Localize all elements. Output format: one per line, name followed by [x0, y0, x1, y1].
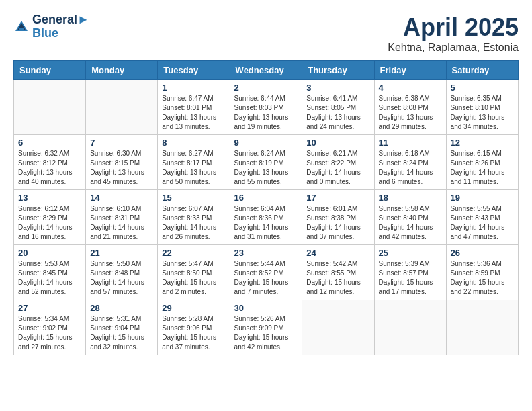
- table-row: 9Sunrise: 6:24 AM Sunset: 8:19 PM Daylig…: [230, 135, 302, 190]
- table-row: 30Sunrise: 5:26 AM Sunset: 9:09 PM Dayli…: [230, 300, 302, 355]
- day-number: 24: [306, 248, 369, 258]
- day-number: 25: [379, 248, 442, 258]
- day-info: Sunrise: 6:47 AM Sunset: 8:01 PM Dayligh…: [162, 94, 225, 132]
- day-info: Sunrise: 6:35 AM Sunset: 8:10 PM Dayligh…: [451, 94, 514, 132]
- table-row: 5Sunrise: 6:35 AM Sunset: 8:10 PM Daylig…: [446, 80, 518, 135]
- day-number: 29: [162, 303, 225, 313]
- table-row: 26Sunrise: 5:36 AM Sunset: 8:59 PM Dayli…: [446, 245, 518, 300]
- location-title: Kehtna, Raplamaa, Estonia: [388, 42, 519, 54]
- day-number: 18: [379, 193, 442, 203]
- table-row: [14, 80, 86, 135]
- logo-line1: General►: [32, 13, 89, 27]
- calendar-week-row: 20Sunrise: 5:53 AM Sunset: 8:45 PM Dayli…: [14, 245, 519, 300]
- day-info: Sunrise: 5:53 AM Sunset: 8:45 PM Dayligh…: [18, 259, 81, 297]
- day-number: 17: [306, 193, 369, 203]
- calendar-week-row: 27Sunrise: 5:34 AM Sunset: 9:02 PM Dayli…: [14, 300, 519, 355]
- day-number: 3: [306, 83, 369, 93]
- table-row: 17Sunrise: 6:01 AM Sunset: 8:38 PM Dayli…: [302, 190, 374, 245]
- header-wednesday: Wednesday: [230, 61, 302, 80]
- month-title: April 2025: [388, 13, 519, 42]
- title-area: April 2025 Kehtna, Raplamaa, Estonia: [388, 13, 519, 54]
- day-number: 16: [234, 193, 298, 203]
- day-number: 28: [90, 303, 153, 313]
- day-info: Sunrise: 6:27 AM Sunset: 8:17 PM Dayligh…: [162, 149, 225, 187]
- table-row: 28Sunrise: 5:31 AM Sunset: 9:04 PM Dayli…: [86, 300, 158, 355]
- table-row: 22Sunrise: 5:47 AM Sunset: 8:50 PM Dayli…: [158, 245, 230, 300]
- day-number: 7: [90, 138, 153, 148]
- day-info: Sunrise: 6:44 AM Sunset: 8:03 PM Dayligh…: [234, 94, 298, 132]
- table-row: 19Sunrise: 5:55 AM Sunset: 8:43 PM Dayli…: [446, 190, 518, 245]
- header-friday: Friday: [374, 61, 446, 80]
- logo: General► Blue: [13, 13, 89, 40]
- table-row: 7Sunrise: 6:30 AM Sunset: 8:15 PM Daylig…: [86, 135, 158, 190]
- day-info: Sunrise: 5:55 AM Sunset: 8:43 PM Dayligh…: [451, 204, 514, 242]
- table-row: 27Sunrise: 5:34 AM Sunset: 9:02 PM Dayli…: [14, 300, 86, 355]
- table-row: 8Sunrise: 6:27 AM Sunset: 8:17 PM Daylig…: [158, 135, 230, 190]
- calendar-week-row: 1Sunrise: 6:47 AM Sunset: 8:01 PM Daylig…: [14, 80, 519, 135]
- day-number: 10: [306, 138, 369, 148]
- day-number: 30: [234, 303, 298, 313]
- table-row: [446, 300, 518, 355]
- header-thursday: Thursday: [302, 61, 374, 80]
- day-number: 22: [162, 248, 225, 258]
- table-row: 2Sunrise: 6:44 AM Sunset: 8:03 PM Daylig…: [230, 80, 302, 135]
- day-info: Sunrise: 6:30 AM Sunset: 8:15 PM Dayligh…: [90, 149, 153, 187]
- day-info: Sunrise: 6:41 AM Sunset: 8:05 PM Dayligh…: [306, 94, 369, 132]
- table-row: 10Sunrise: 6:21 AM Sunset: 8:22 PM Dayli…: [302, 135, 374, 190]
- header-sunday: Sunday: [14, 61, 86, 80]
- table-row: 25Sunrise: 5:39 AM Sunset: 8:57 PM Dayli…: [374, 245, 446, 300]
- table-row: 16Sunrise: 6:04 AM Sunset: 8:36 PM Dayli…: [230, 190, 302, 245]
- calendar-week-row: 13Sunrise: 6:12 AM Sunset: 8:29 PM Dayli…: [14, 190, 519, 245]
- calendar-week-row: 6Sunrise: 6:32 AM Sunset: 8:12 PM Daylig…: [14, 135, 519, 190]
- day-info: Sunrise: 6:15 AM Sunset: 8:26 PM Dayligh…: [451, 149, 514, 187]
- table-row: 11Sunrise: 6:18 AM Sunset: 8:24 PM Dayli…: [374, 135, 446, 190]
- table-row: [302, 300, 374, 355]
- table-row: 12Sunrise: 6:15 AM Sunset: 8:26 PM Dayli…: [446, 135, 518, 190]
- header: General► Blue April 2025 Kehtna, Raplama…: [13, 13, 519, 54]
- day-number: 12: [451, 138, 514, 148]
- day-number: 21: [90, 248, 153, 258]
- table-row: 3Sunrise: 6:41 AM Sunset: 8:05 PM Daylig…: [302, 80, 374, 135]
- table-row: 21Sunrise: 5:50 AM Sunset: 8:48 PM Dayli…: [86, 245, 158, 300]
- day-number: 1: [162, 83, 225, 93]
- day-info: Sunrise: 5:50 AM Sunset: 8:48 PM Dayligh…: [90, 259, 153, 297]
- day-info: Sunrise: 5:34 AM Sunset: 9:02 PM Dayligh…: [18, 314, 81, 352]
- day-number: 20: [18, 248, 81, 258]
- day-number: 26: [451, 248, 514, 258]
- day-info: Sunrise: 6:10 AM Sunset: 8:31 PM Dayligh…: [90, 204, 153, 242]
- day-info: Sunrise: 6:24 AM Sunset: 8:19 PM Dayligh…: [234, 149, 298, 187]
- day-number: 19: [451, 193, 514, 203]
- header-monday: Monday: [86, 61, 158, 80]
- day-number: 9: [234, 138, 298, 148]
- day-info: Sunrise: 5:36 AM Sunset: 8:59 PM Dayligh…: [451, 259, 514, 297]
- day-number: 2: [234, 83, 298, 93]
- header-saturday: Saturday: [446, 61, 518, 80]
- day-info: Sunrise: 6:04 AM Sunset: 8:36 PM Dayligh…: [234, 204, 298, 242]
- day-number: 11: [379, 138, 442, 148]
- day-info: Sunrise: 6:12 AM Sunset: 8:29 PM Dayligh…: [18, 204, 81, 242]
- day-info: Sunrise: 6:07 AM Sunset: 8:33 PM Dayligh…: [162, 204, 225, 242]
- table-row: [86, 80, 158, 135]
- day-number: 6: [18, 138, 81, 148]
- day-number: 8: [162, 138, 225, 148]
- day-info: Sunrise: 6:01 AM Sunset: 8:38 PM Dayligh…: [306, 204, 369, 242]
- header-tuesday: Tuesday: [158, 61, 230, 80]
- table-row: 14Sunrise: 6:10 AM Sunset: 8:31 PM Dayli…: [86, 190, 158, 245]
- table-row: 4Sunrise: 6:38 AM Sunset: 8:08 PM Daylig…: [374, 80, 446, 135]
- day-info: Sunrise: 6:32 AM Sunset: 8:12 PM Dayligh…: [18, 149, 81, 187]
- day-number: 27: [18, 303, 81, 313]
- day-info: Sunrise: 5:58 AM Sunset: 8:40 PM Dayligh…: [379, 204, 442, 242]
- table-row: 1Sunrise: 6:47 AM Sunset: 8:01 PM Daylig…: [158, 80, 230, 135]
- calendar-header-row: Sunday Monday Tuesday Wednesday Thursday…: [14, 61, 519, 80]
- day-number: 4: [379, 83, 442, 93]
- day-number: 13: [18, 193, 81, 203]
- logo-icon: [13, 19, 30, 35]
- logo-line2: Blue: [32, 27, 89, 40]
- day-info: Sunrise: 5:31 AM Sunset: 9:04 PM Dayligh…: [90, 314, 153, 352]
- calendar: Sunday Monday Tuesday Wednesday Thursday…: [13, 60, 519, 355]
- table-row: 29Sunrise: 5:28 AM Sunset: 9:06 PM Dayli…: [158, 300, 230, 355]
- table-row: 20Sunrise: 5:53 AM Sunset: 8:45 PM Dayli…: [14, 245, 86, 300]
- day-number: 23: [234, 248, 298, 258]
- day-info: Sunrise: 6:18 AM Sunset: 8:24 PM Dayligh…: [379, 149, 442, 187]
- table-row: [374, 300, 446, 355]
